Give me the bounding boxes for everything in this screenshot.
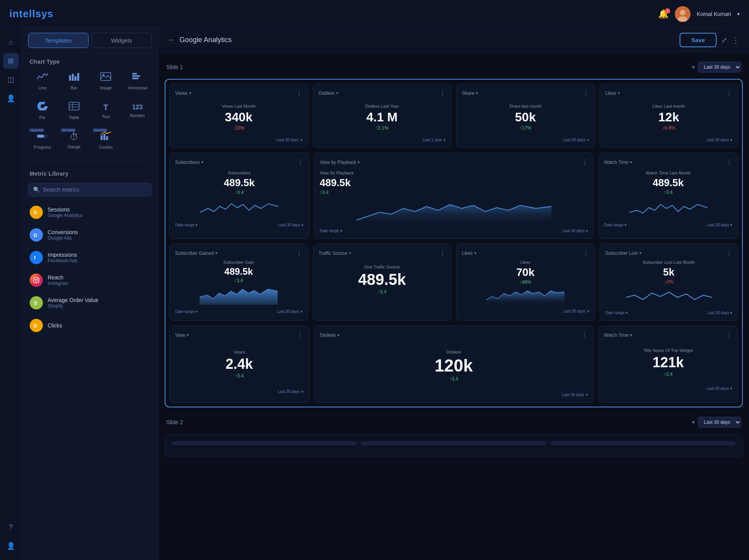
slide-1-dropdown-icon[interactable]: ▾ <box>692 64 695 70</box>
chart-type-number[interactable]: 123 Number <box>123 98 152 124</box>
save-button[interactable]: Save <box>680 33 717 47</box>
clicks-icon: G <box>30 319 43 332</box>
watch-time-sub: Watch Time Last Month <box>646 171 690 175</box>
likes2-footer-arrow[interactable]: ▾ <box>587 309 589 313</box>
dislikes2-footer-arrow[interactable]: ▾ <box>586 393 588 397</box>
dislikes-menu-button[interactable]: ⋮ <box>439 89 445 97</box>
sub-lost-sub: Subscriber Lost Last Month <box>605 260 733 265</box>
playback-period[interactable]: Last 30 days ▾ <box>563 229 587 233</box>
chart-type-gauge[interactable]: Upcoming ⏱ Gauge <box>60 127 88 154</box>
subscribers-daterange[interactable]: Date range ▾ <box>175 223 197 227</box>
dislikes-label: Dislikes ▾ <box>319 91 338 96</box>
watchtime2-footer-arrow[interactable]: ▾ <box>730 386 732 391</box>
notification-bell-button[interactable]: 🔔 1 <box>658 9 669 19</box>
dislikes2-footer: Last 30 days ▾ <box>320 393 588 397</box>
chart-type-progress[interactable]: Upcoming Progress <box>28 127 57 154</box>
metric-item-clicks[interactable]: G Clicks <box>22 314 158 337</box>
tab-templates[interactable]: Templates <box>28 33 89 48</box>
chart-type-image[interactable]: Image <box>92 68 120 94</box>
line-label: Line <box>38 85 46 90</box>
views-footer-arrow[interactable]: ▾ <box>300 138 302 142</box>
sidebar-data-button[interactable]: ◫ <box>3 72 19 87</box>
watch-time-period[interactable]: Last 30 days ▾ <box>707 223 732 227</box>
sub-lost-menu-button[interactable]: ⋮ <box>726 249 732 257</box>
widget-likes: Likes ▾ ⋮ Likes Last month 12k ↓6.8% Las… <box>600 84 738 148</box>
sub-gained-daterange[interactable]: Date range ▾ <box>175 309 197 314</box>
likes-footer-arrow[interactable]: ▾ <box>730 138 732 142</box>
subscribers-menu-button[interactable]: ⋮ <box>297 158 304 166</box>
likes2-menu-button[interactable]: ⋮ <box>583 249 589 257</box>
watchtime2-label: Watch Time ▾ <box>604 332 632 338</box>
share-footer-arrow[interactable]: ▾ <box>587 138 589 142</box>
impressions-name: Impressions <box>48 252 150 258</box>
chart-type-section-title: Chart Type <box>22 53 158 68</box>
metric-item-sessions[interactable]: G Sessions Google Analytics <box>22 201 158 224</box>
metric-item-impressions[interactable]: f Impressions Facebook Ads <box>22 246 158 269</box>
sub-lost-period[interactable]: Last 30 days ▾ <box>707 311 732 315</box>
chart-type-bar[interactable]: Bar <box>60 68 88 94</box>
sub-lost-daterange[interactable]: Date range ▾ <box>605 311 628 315</box>
sub-gained-menu-button[interactable]: ⋮ <box>296 249 302 257</box>
chart-type-table[interactable]: Table <box>60 98 88 124</box>
sub-gained-footer: Date range ▾ Last 30 days ▾ <box>175 309 302 314</box>
playback-daterange[interactable]: Date range ▾ <box>320 229 342 233</box>
chart-type-combo[interactable]: Upcoming Combo <box>92 127 120 154</box>
expand-button[interactable]: ⤢ <box>721 36 727 44</box>
widget-watchtime2: Watch Time ▾ ⋮ Title Name Of The Widget … <box>598 325 738 403</box>
slide-1-header: Slide 1 ▾ Last 30 days Last 7 days Last … <box>165 59 743 76</box>
sidebar-home-button[interactable]: ⌂ <box>3 34 19 50</box>
bar-label: Bar <box>71 85 77 90</box>
watch-time-delta: ↑3.4 <box>664 190 673 195</box>
view2-value: 2.4k <box>225 356 253 372</box>
likes-menu-button[interactable]: ⋮ <box>726 89 732 97</box>
metric-search-input[interactable] <box>43 187 147 193</box>
metric-item-avg-order[interactable]: S Average Order Value Shopify <box>22 292 158 314</box>
slide-2-dropdown-icon[interactable]: ▾ <box>692 419 695 425</box>
metric-library-title: Metric Library <box>22 165 158 180</box>
watchtime2-menu-button[interactable]: ⋮ <box>726 331 732 339</box>
dislikes2-menu-button[interactable]: ⋮ <box>582 331 588 339</box>
metric-item-conversions[interactable]: G Conversions Google Ads <box>22 224 158 246</box>
upcoming-badge-combo: Upcoming <box>93 128 108 132</box>
top-action-bar: ← Google Analytics Save ⤢ ⋮ <box>158 28 749 52</box>
sidebar-help-button[interactable]: ? <box>3 519 19 535</box>
nav-right: 🔔 1 Komal Kumari ▾ <box>658 6 740 22</box>
number-label: Number <box>130 113 145 118</box>
upcoming-badge: Upcoming <box>29 128 44 132</box>
traffic-menu-button[interactable]: ⋮ <box>439 249 445 257</box>
view2-menu-button[interactable]: ⋮ <box>297 331 304 339</box>
back-button[interactable]: ← <box>168 36 175 44</box>
sidebar-users-button[interactable]: 👤 <box>3 91 19 106</box>
slide-2-date-select[interactable]: Last 30 days <box>698 417 741 428</box>
widget-sub-lost: Subscriber Lost ▾ ⋮ Subscriber Lost Last… <box>600 244 738 321</box>
subscribers-period[interactable]: Last 30 days ▾ <box>278 223 303 227</box>
tab-widgets[interactable]: Widgets <box>92 33 152 48</box>
subscribers-delta: ↑3.4 <box>235 190 244 195</box>
view2-footer-arrow[interactable]: ▾ <box>302 389 304 394</box>
share-menu-button[interactable]: ⋮ <box>583 89 589 97</box>
metric-item-reach[interactable]: Reach Instagram <box>22 269 158 292</box>
chart-type-grid: Line Bar Image Horizontal <box>22 68 158 158</box>
watch-time-daterange[interactable]: Date range ▾ <box>604 223 627 227</box>
chart-type-text[interactable]: T Text <box>92 98 120 124</box>
sidebar-account-button[interactable]: 👤 <box>3 538 19 554</box>
user-menu-chevron-icon[interactable]: ▾ <box>737 11 740 17</box>
chart-type-horizontal[interactable]: Horizontal <box>123 68 152 94</box>
playback-menu-button[interactable]: ⋮ <box>582 158 588 166</box>
slide-1-date-select[interactable]: Last 30 days Last 7 days Last 90 days <box>698 62 741 73</box>
views-menu-button[interactable]: ⋮ <box>296 89 302 97</box>
more-options-button[interactable]: ⋮ <box>732 36 740 45</box>
bar-chart-icon <box>69 72 80 83</box>
slide-2-header: Slide 2 ▾ Last 30 days <box>165 414 743 431</box>
image-chart-icon <box>100 72 111 83</box>
chart-type-pie[interactable]: Pie <box>28 98 57 124</box>
sub-gained-period[interactable]: Last 30 days ▾ <box>277 309 302 314</box>
watch-time-menu-button[interactable]: ⋮ <box>726 158 732 166</box>
svg-point-28 <box>37 278 38 279</box>
chart-type-line[interactable]: Line <box>28 68 57 94</box>
widget-sub-gained: Subscriber Gained ▾ ⋮ Subscriber Gain 48… <box>169 244 308 321</box>
clicks-info: Clicks <box>48 322 150 329</box>
sidebar-dashboard-button[interactable]: ⊞ <box>3 53 19 69</box>
dislikes-footer-arrow[interactable]: ▾ <box>444 138 445 142</box>
svg-rect-5 <box>75 76 76 81</box>
